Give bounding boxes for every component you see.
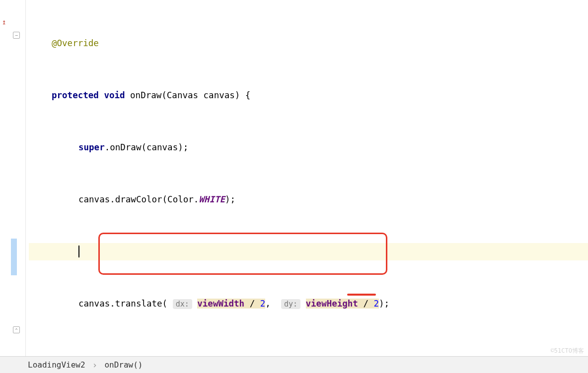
viewheight: viewHeight	[306, 299, 358, 309]
two1: 2	[260, 299, 266, 309]
drawcolor-post: );	[225, 194, 235, 204]
change-marker	[11, 239, 17, 275]
code-area[interactable]: @Override protected void onDraw(Canvas c…	[26, 0, 588, 356]
gutter-icons: − ⌃	[10, 0, 26, 356]
two2: 2	[374, 299, 379, 309]
fold-icon[interactable]: −	[13, 32, 20, 39]
code-editor[interactable]: ↥ − ⌃ @Override protected void onDraw(Ca…	[0, 0, 588, 356]
gutter-left: ↥	[0, 0, 10, 356]
div1: /	[244, 299, 260, 309]
viewwidth: viewWidth	[197, 299, 244, 309]
keyword-protected: protected	[52, 90, 99, 100]
hint-dy: dy:	[281, 299, 300, 309]
keyword-super: super	[78, 142, 105, 152]
keyword-void: void	[104, 90, 125, 100]
div2: /	[358, 299, 374, 309]
vcs-arrow-icon: ↥	[2, 18, 6, 26]
fold-end-icon[interactable]: ⌃	[13, 326, 20, 333]
super-call: .onDraw(canvas);	[105, 142, 189, 152]
method-params: (Canvas canvas) {	[161, 90, 250, 100]
text-caret	[78, 246, 79, 257]
translate-pre: canvas.translate(	[78, 299, 173, 309]
translate-end: );	[379, 299, 389, 309]
watermark: ©51CTO博客	[551, 347, 584, 355]
color-white: WHITE	[199, 194, 225, 204]
method-name: onDraw	[130, 90, 161, 100]
comma1: ,	[265, 299, 281, 309]
hint-dx: dx:	[173, 299, 192, 309]
annotation: @Override	[52, 38, 99, 48]
drawcolor-pre: canvas.drawColor(Color.	[78, 194, 199, 204]
